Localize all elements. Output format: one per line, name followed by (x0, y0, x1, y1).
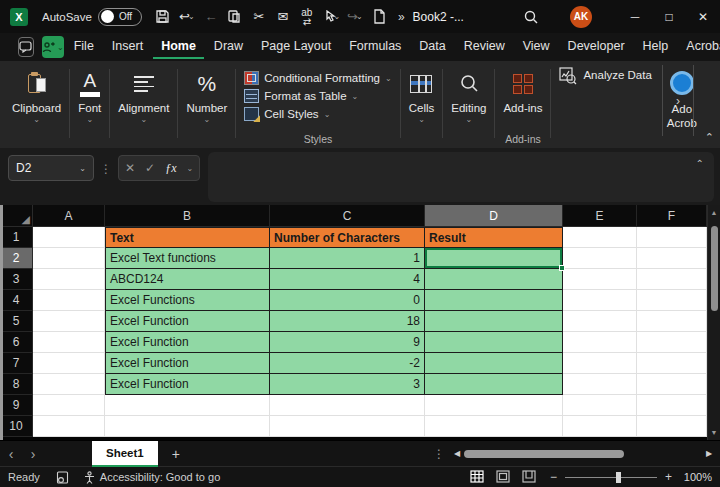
cell-A9[interactable] (33, 395, 105, 416)
cell-E3[interactable] (563, 269, 637, 290)
insert-function-button[interactable]: ƒx (165, 161, 176, 176)
row-header-9[interactable]: 9 (0, 395, 33, 416)
cell-E8[interactable] (563, 374, 637, 395)
column-header-B[interactable]: B (105, 205, 270, 227)
horizontal-scrollbar[interactable]: ◀ ▶ (450, 441, 716, 466)
cell-A1[interactable] (33, 227, 105, 248)
scroll-left-icon[interactable]: ◀ (450, 449, 464, 458)
cell-F6[interactable] (637, 332, 707, 353)
maximize-button[interactable]: □ (652, 0, 686, 33)
touch-chevron-icon[interactable]: ⌄ (334, 12, 341, 21)
cell-C5[interactable]: 18 (270, 311, 425, 332)
cell-B8[interactable]: Excel Function (105, 374, 270, 395)
autosave-toggle[interactable]: Off (98, 8, 142, 26)
font-group[interactable]: A Font ⌄ (70, 63, 109, 148)
document-title[interactable]: Book2 -... (413, 10, 464, 24)
ribbon-tab-page-layout[interactable]: Page Layout (253, 35, 339, 59)
undo-chevron-icon[interactable]: ⌄ (188, 12, 195, 21)
normal-view-button[interactable] (470, 470, 484, 485)
cell-B7[interactable]: Excel Function (105, 353, 270, 374)
row-header-5[interactable]: 5 (0, 311, 33, 332)
cell-B2[interactable]: Excel Text functions (105, 248, 270, 269)
minimize-button[interactable]: ─ (618, 0, 652, 33)
zoom-in-button[interactable]: + (665, 470, 672, 484)
cell-D9[interactable] (425, 395, 563, 416)
vertical-scroll-thumb[interactable] (711, 226, 718, 311)
formula-input[interactable]: ⌃ (208, 152, 714, 202)
cell-C10[interactable] (270, 416, 425, 437)
cell-D3[interactable] (425, 269, 563, 290)
sheet-tab-sheet1[interactable]: Sheet1 (92, 441, 158, 467)
scroll-right-icon[interactable]: ▶ (702, 449, 716, 458)
cell-F2[interactable] (637, 248, 707, 269)
back-button[interactable]: ← (200, 5, 222, 29)
cells-group[interactable]: Cells ⌄ (401, 63, 443, 148)
cell-C6[interactable]: 9 (270, 332, 425, 353)
toolbar-overflow-icon[interactable]: » (398, 10, 405, 24)
row-header-10[interactable]: 10 (0, 416, 33, 437)
cell-C7[interactable]: -2 (270, 353, 425, 374)
zoom-slider-thumb[interactable] (616, 472, 621, 483)
new-document-button[interactable] (368, 5, 390, 29)
column-header-C[interactable]: C (270, 205, 425, 227)
search-button[interactable] (520, 5, 542, 29)
cell-B9[interactable] (105, 395, 270, 416)
previous-sheet-button[interactable]: ‹ (0, 446, 22, 462)
ribbon-tab-insert[interactable]: Insert (104, 35, 151, 59)
name-box[interactable]: D2 ⌄ (8, 155, 94, 181)
cell-D1[interactable]: Result (425, 227, 563, 248)
scroll-down-icon[interactable]: ▼ (711, 425, 718, 440)
ribbon-tab-view[interactable]: View (515, 35, 558, 59)
cell-B10[interactable] (105, 416, 270, 437)
zoom-level[interactable]: 100% (678, 471, 712, 483)
ribbon-tab-review[interactable]: Review (456, 35, 513, 59)
cell-E10[interactable] (563, 416, 637, 437)
cell-B3[interactable]: ABCD124 (105, 269, 270, 290)
cell-F7[interactable] (637, 353, 707, 374)
close-button[interactable]: ✕ (686, 0, 720, 33)
horizontal-scroll-thumb[interactable] (464, 450, 624, 458)
share-button[interactable]: ⌄ (42, 36, 64, 58)
cell-D4[interactable] (425, 290, 563, 311)
cell-D8[interactable] (425, 374, 563, 395)
ribbon-scroll-right[interactable]: › (662, 65, 694, 136)
ribbon-tab-formulas[interactable]: Formulas (341, 35, 409, 59)
column-header-A[interactable]: A (33, 205, 105, 227)
cell-F1[interactable] (637, 227, 707, 248)
cell-D10[interactable] (425, 416, 563, 437)
cell-F3[interactable] (637, 269, 707, 290)
cell-E5[interactable] (563, 311, 637, 332)
analyze-data-button[interactable]: Analyze Data (551, 63, 659, 148)
cell-C3[interactable]: 4 (270, 269, 425, 290)
ribbon-tab-help[interactable]: Help (635, 35, 677, 59)
alignment-group[interactable]: Alignment ⌄ (110, 63, 177, 148)
ribbon-tab-developer[interactable]: Developer (560, 35, 633, 59)
undo-button[interactable]: ↩⌄ (176, 5, 198, 29)
cell-A3[interactable] (33, 269, 105, 290)
cell-B4[interactable]: Excel Functions (105, 290, 270, 311)
save-button[interactable] (152, 5, 174, 29)
collapse-ribbon-button[interactable]: ⌃ (705, 131, 714, 144)
row-header-4[interactable]: 4 (0, 290, 33, 311)
cancel-entry-button[interactable]: ✕ (125, 161, 135, 175)
cell-C2[interactable]: 1 (270, 248, 425, 269)
cell-F5[interactable] (637, 311, 707, 332)
cell-D2[interactable] (425, 248, 563, 269)
ribbon-tab-data[interactable]: Data (411, 35, 453, 59)
ribbon-tab-draw[interactable]: Draw (206, 35, 251, 59)
copy-button[interactable] (224, 5, 246, 29)
mail-button[interactable]: ✉ (272, 5, 294, 29)
format-as-table-button[interactable]: Format as Table ⌄ (244, 89, 358, 103)
name-box-chevron-icon[interactable]: ⌄ (79, 164, 86, 173)
formula-bar-expand-icon[interactable]: ⌃ (696, 158, 704, 169)
vertical-scrollbar[interactable]: ▲ ▼ (707, 205, 720, 440)
accessibility-status[interactable]: Accessibility: Good to go (83, 471, 220, 484)
excel-logo-icon[interactable]: X (10, 8, 28, 26)
addins-group[interactable]: Add-ins Add-ins (495, 63, 550, 148)
cell-D6[interactable] (425, 332, 563, 353)
cell-C8[interactable]: 3 (270, 374, 425, 395)
cell-D7[interactable] (425, 353, 563, 374)
cell-E9[interactable] (563, 395, 637, 416)
autosave-control[interactable]: AutoSave Off (42, 8, 142, 26)
cut-button[interactable]: ✂ (248, 5, 270, 29)
